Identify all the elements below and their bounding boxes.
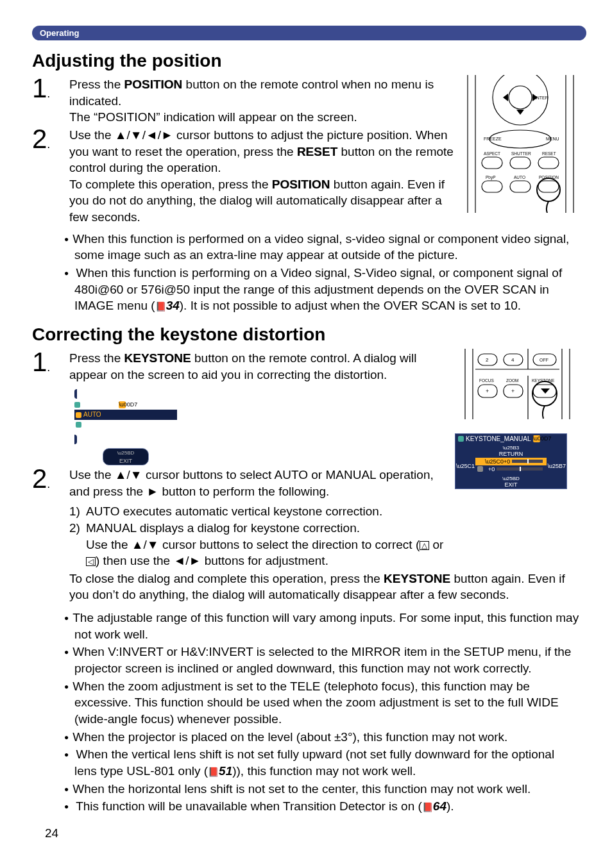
ks-close-text: To close the dialog and complete this op… bbox=[69, 569, 580, 603]
ks-bullet6: When the horizontal lens shift is not se… bbox=[62, 781, 580, 797]
svg-text:RESET: RESET bbox=[542, 151, 556, 156]
position-button-word-2: POSITION bbox=[272, 178, 330, 191]
svg-text:ZOOM: ZOOM bbox=[506, 378, 519, 383]
ks-bullet1: The adjustable range of this function wi… bbox=[62, 610, 580, 642]
keystone-v-icon: △ bbox=[420, 541, 429, 550]
svg-point-37 bbox=[532, 381, 557, 406]
svg-text:FOCUS: FOCUS bbox=[479, 378, 494, 383]
keystone-manual-osd-icon bbox=[458, 436, 464, 442]
svg-text:+: + bbox=[486, 388, 489, 394]
ks-bullet4: When the projector is placed on the leve… bbox=[62, 729, 580, 746]
auto-osd-icon bbox=[76, 412, 81, 418]
svg-rect-7 bbox=[482, 157, 502, 169]
adjusting-position-title: Adjusting the position bbox=[32, 51, 580, 71]
svg-text:MENU: MENU bbox=[546, 137, 559, 141]
svg-rect-13 bbox=[482, 181, 502, 192]
remote-illustration-1: ENTER FREEZE MENU ASPECT SHUTTER RESET bbox=[461, 75, 580, 215]
reset-button-word: RESET bbox=[297, 145, 337, 158]
book-icon bbox=[155, 299, 166, 312]
correcting-keystone-title: Correcting the keystone distortion bbox=[32, 324, 580, 345]
remote-illustration-2: 2 4 OFF FOCUS ZOOM KEYSTONE + + bbox=[461, 349, 574, 422]
sec1-bullet2: When this function is performing on a Vi… bbox=[62, 265, 580, 314]
keystone-button-word: KEYSTONE bbox=[124, 351, 191, 365]
ks-step1-body: Press the KEYSTONE button on the remote … bbox=[69, 349, 451, 465]
step2-body: Use the ▲/▼/◄/► cursor buttons to adjust… bbox=[69, 126, 455, 226]
book-icon-3 bbox=[422, 799, 433, 813]
book-icon-2 bbox=[208, 764, 219, 778]
ks-step-number-1: 1. bbox=[32, 349, 69, 376]
keystone-h-icon: ◁ bbox=[86, 557, 96, 566]
svg-text:4: 4 bbox=[511, 357, 514, 363]
step-number-2: 2. bbox=[32, 126, 69, 153]
osd2-close-icon: \u00D7 bbox=[533, 435, 540, 442]
operating-tag: Operating bbox=[32, 26, 586, 40]
svg-text:2: 2 bbox=[486, 357, 489, 363]
svg-rect-14 bbox=[510, 181, 531, 192]
ks-bullet2: When V:INVERT or H&V:INVERT is selected … bbox=[62, 644, 580, 676]
svg-text:OFF: OFF bbox=[540, 358, 548, 362]
svg-text:+: + bbox=[511, 388, 514, 394]
ks-bullet7: This function will be unavailable when T… bbox=[62, 798, 580, 815]
osd2-row2-icon bbox=[477, 466, 483, 472]
svg-rect-9 bbox=[538, 157, 559, 169]
ks-bullet5: When the vertical lens shift is not set … bbox=[62, 746, 580, 779]
ks-step-number-2: 2. bbox=[32, 465, 69, 492]
svg-text:FREEZE: FREEZE bbox=[484, 137, 502, 141]
svg-point-19 bbox=[537, 178, 560, 201]
keystone-osd-icon bbox=[74, 402, 80, 408]
position-button-word: POSITION bbox=[124, 78, 183, 91]
svg-rect-8 bbox=[510, 157, 531, 169]
ks-bullet3: When the zoom adjustment is set to the T… bbox=[62, 678, 580, 728]
svg-point-2 bbox=[509, 86, 532, 109]
page-number: 24 bbox=[45, 826, 580, 840]
svg-text:SHUTTER: SHUTTER bbox=[511, 151, 531, 156]
osd-keystone-dialog: KEYSTONE\u00D7 AUTO MANUAL \u25BDEXIT bbox=[74, 384, 177, 465]
osd-close-icon: \u00D7 bbox=[119, 401, 126, 408]
manual-osd-icon bbox=[76, 422, 81, 428]
step-number-1: 1. bbox=[32, 75, 69, 102]
keystone-button-word-2: KEYSTONE bbox=[384, 572, 450, 585]
svg-rect-15 bbox=[538, 181, 559, 192]
step1-body: Press the POSITION button on the remote … bbox=[69, 75, 455, 126]
svg-text:ENTER: ENTER bbox=[533, 96, 548, 100]
svg-text:ASPECT: ASPECT bbox=[484, 151, 500, 156]
osd-keystone-manual-dialog: KEYSTONE_MANUAL\u00D7 \u25B3RETURN \u25C… bbox=[455, 433, 567, 489]
sec1-bullet1: When this function is performed on a vid… bbox=[62, 231, 580, 263]
svg-text:AUTO: AUTO bbox=[514, 175, 525, 179]
svg-text:PbyP: PbyP bbox=[486, 175, 496, 180]
osd2-row1-icon bbox=[477, 458, 483, 464]
ks-step2-body: Use the ▲/▼ cursor buttons to select AUT… bbox=[69, 465, 451, 569]
svg-point-1 bbox=[493, 75, 548, 125]
